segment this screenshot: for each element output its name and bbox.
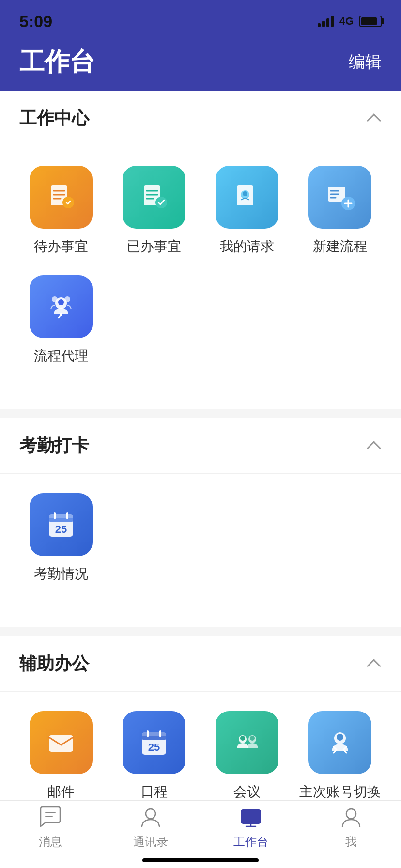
section-header-attendance[interactable]: 考勤打卡	[0, 418, 401, 474]
new-flow-icon-box	[308, 166, 371, 229]
svg-point-21	[58, 299, 64, 305]
pending-label: 待办事宜	[34, 237, 88, 256]
work-center-grid: 待办事宜 已办事宜	[0, 146, 401, 409]
request-icon-box	[216, 166, 278, 229]
status-time: 5:09	[19, 12, 52, 31]
svg-rect-31	[49, 735, 73, 752]
list-item[interactable]: 会议	[200, 711, 293, 801]
done-icon-box	[123, 166, 185, 229]
lte-label: 4G	[339, 15, 354, 28]
svg-rect-34	[142, 736, 166, 740]
chevron-up-icon[interactable]	[366, 111, 382, 126]
schedule-label: 日程	[140, 783, 168, 801]
svg-point-24	[60, 313, 62, 316]
attendance-icon-box: 25	[30, 493, 93, 556]
new-flow-icon	[323, 180, 357, 214]
svg-point-50	[146, 809, 155, 819]
list-item[interactable]: 25 日程	[108, 711, 200, 801]
done-label: 已办事宜	[127, 237, 181, 256]
svg-point-41	[250, 736, 255, 741]
done-icon	[137, 180, 171, 214]
section-header-work-center[interactable]: 工作中心	[0, 91, 401, 146]
schedule-icon-box: 25	[123, 711, 185, 774]
section-title-assist-office: 辅助办公	[19, 652, 89, 676]
mail-label: 邮件	[47, 783, 75, 801]
svg-point-22	[52, 296, 58, 302]
home-indicator	[142, 858, 259, 862]
section-attendance: 考勤打卡 25 考勤情况	[0, 418, 401, 627]
pending-icon	[44, 180, 78, 214]
nav-label-message: 消息	[39, 834, 62, 850]
status-icons: 4G	[318, 15, 382, 28]
list-item[interactable]: 已办事宜	[108, 166, 200, 256]
nav-label-workbench: 工作台	[233, 834, 268, 850]
signal-icon	[318, 16, 334, 27]
account-switch-icon	[323, 726, 357, 760]
list-item[interactable]: 待办事宜	[15, 166, 108, 256]
chevron-up-assist-icon[interactable]	[366, 656, 382, 672]
list-item[interactable]: 新建流程	[293, 166, 386, 256]
pending-icon-box	[30, 166, 93, 229]
svg-rect-56	[241, 810, 261, 823]
header: 工作台 编辑	[0, 43, 401, 91]
new-flow-label: 新建流程	[313, 237, 367, 256]
schedule-icon: 25	[137, 726, 171, 760]
section-title-work-center: 工作中心	[19, 107, 89, 130]
attendance-label: 考勤情况	[34, 565, 88, 583]
account-switch-icon-box	[308, 711, 371, 774]
edit-button[interactable]: 编辑	[349, 51, 382, 73]
list-item[interactable]: 邮件	[15, 711, 108, 801]
me-nav-icon	[339, 805, 364, 830]
account-switch-label: 主次账号切换	[299, 783, 381, 801]
list-item[interactable]: 流程代理	[15, 275, 108, 365]
meeting-icon	[230, 726, 264, 760]
svg-rect-27	[49, 518, 73, 522]
nav-label-me: 我	[345, 834, 357, 850]
status-bar: 5:09 4G	[0, 0, 401, 43]
flow-agent-label: 流程代理	[34, 347, 88, 365]
page-title: 工作台	[19, 45, 95, 79]
section-work-center: 工作中心 待办事宜	[0, 91, 401, 409]
attendance-calendar-icon: 25	[44, 508, 78, 542]
request-icon	[230, 180, 264, 214]
battery-icon	[359, 16, 382, 27]
flow-agent-icon-box	[30, 275, 93, 338]
flow-agent-icon	[44, 290, 78, 324]
chevron-up-attendance-icon[interactable]	[366, 438, 382, 454]
svg-point-23	[64, 296, 70, 302]
mail-icon-box	[30, 711, 93, 774]
svg-point-39	[240, 736, 245, 741]
list-item[interactable]: 我的请求	[200, 166, 293, 256]
nav-item-message[interactable]: 消息	[0, 801, 100, 853]
section-title-attendance: 考勤打卡	[19, 434, 89, 458]
message-nav-icon	[38, 805, 63, 830]
meeting-icon-box	[216, 711, 278, 774]
bottom-nav: 消息 通讯录 工作台 我	[0, 800, 401, 868]
svg-text:25: 25	[148, 741, 160, 753]
meeting-label: 会议	[233, 783, 261, 801]
workbench-nav-icon	[238, 805, 263, 830]
svg-text:25: 25	[55, 523, 67, 535]
mail-icon	[44, 726, 78, 760]
main-content: 工作中心 待办事宜	[0, 91, 401, 868]
nav-label-contacts: 通讯录	[133, 834, 168, 850]
svg-point-57	[346, 809, 356, 819]
svg-point-43	[337, 734, 343, 741]
request-label: 我的请求	[220, 237, 274, 256]
svg-point-12	[243, 191, 247, 196]
list-item[interactable]: 主次账号切换	[293, 711, 386, 801]
nav-item-me[interactable]: 我	[301, 801, 401, 853]
nav-item-contacts[interactable]: 通讯录	[100, 801, 200, 853]
section-header-assist-office[interactable]: 辅助办公	[0, 636, 401, 692]
attendance-grid: 25 考勤情况	[0, 474, 401, 627]
list-item[interactable]: 25 考勤情况	[15, 493, 108, 583]
nav-item-workbench[interactable]: 工作台	[200, 801, 301, 853]
contacts-nav-icon	[138, 805, 163, 830]
